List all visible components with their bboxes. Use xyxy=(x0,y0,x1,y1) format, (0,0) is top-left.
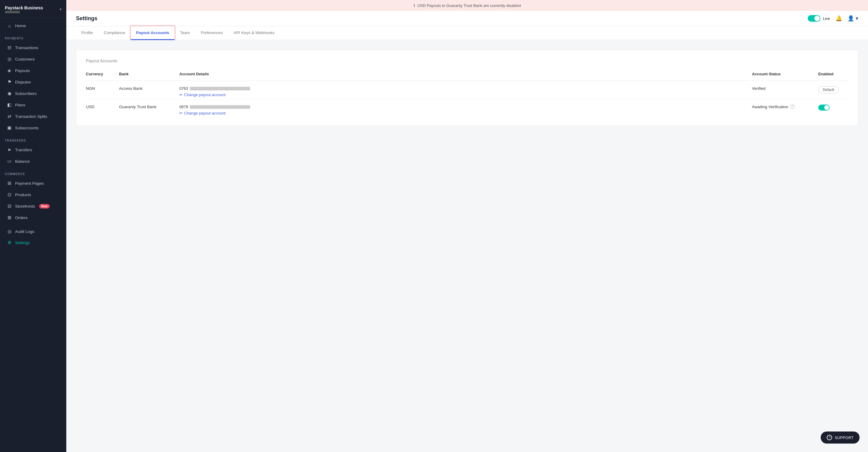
header-actions: Live 🔔 👤 ▾ xyxy=(808,15,858,22)
plans-icon: ◧ xyxy=(7,102,12,107)
table-row: NGN Access Bank 0763 ✏ Change payout xyxy=(86,81,848,99)
row2-change-link[interactable]: ✏ Change payout account xyxy=(179,111,752,116)
payment-pages-icon: ⊞ xyxy=(7,181,12,186)
row1-change-link[interactable]: ✏ Change payout account xyxy=(179,93,752,97)
sidebar-item-splits-label: Transaction Splits xyxy=(15,114,47,119)
row1-bank: Access Bank xyxy=(119,81,179,99)
tab-profile[interactable]: Profile xyxy=(76,26,98,40)
brand-name: Paystack Business xyxy=(5,5,43,10)
notification-bar: ℹ USD Payouts to Guaranty Trust Bank are… xyxy=(66,0,868,11)
row1-default-badge: Default xyxy=(818,86,839,93)
row2-status: Awaiting Verification ? xyxy=(752,99,818,118)
sidebar-item-transfers[interactable]: ➤ Transfers xyxy=(2,144,64,155)
brand-sub xyxy=(5,11,20,13)
storefronts-badge: New xyxy=(39,204,50,208)
sidebar-item-balance[interactable]: ▭ Balance xyxy=(2,156,64,167)
sidebar-item-transfers-label: Transfers xyxy=(15,148,32,152)
col-currency: Currency xyxy=(86,69,119,81)
live-toggle-switch[interactable] xyxy=(808,15,820,22)
sidebar-item-subscribers[interactable]: ◉ Subscribers xyxy=(2,88,64,99)
sidebar: Paystack Business ▾ ⌂ Home PAYMENTS ⊟ Tr… xyxy=(0,0,66,452)
pencil-icon: ✏ xyxy=(179,93,183,97)
bell-icon[interactable]: 🔔 xyxy=(835,15,842,22)
sidebar-item-transactions-label: Transactions xyxy=(15,45,38,50)
sidebar-item-storefronts[interactable]: ⊟ Storefronts New xyxy=(2,201,64,212)
tab-api-keys[interactable]: API Keys & Webhooks xyxy=(228,26,280,40)
support-label: SUPPORT xyxy=(835,435,854,440)
sidebar-item-home[interactable]: ⌂ Home xyxy=(2,21,64,31)
subscribers-icon: ◉ xyxy=(7,91,12,96)
products-icon: ⊡ xyxy=(7,192,12,197)
user-menu[interactable]: 👤 ▾ xyxy=(847,15,858,22)
col-account-status: Account Status xyxy=(752,69,818,81)
row2-account-details: 0879 ✏ Change payout account xyxy=(179,99,752,118)
sidebar-item-plans[interactable]: ◧ Plans xyxy=(2,99,64,110)
sidebar-item-disputes[interactable]: ⚑ Disputes xyxy=(2,76,64,87)
sidebar-item-balance-label: Balance xyxy=(15,159,30,164)
sidebar-item-products-label: Products xyxy=(15,193,31,197)
sidebar-item-disputes-label: Disputes xyxy=(15,80,31,85)
section-transfers: TRANSFERS xyxy=(0,133,66,144)
sidebar-item-settings[interactable]: ⚙ Settings xyxy=(2,237,64,248)
tab-preferences[interactable]: Preferences xyxy=(195,26,228,40)
sidebar-item-subaccounts[interactable]: ▣ Subaccounts xyxy=(2,122,64,133)
help-icon[interactable]: ? xyxy=(790,104,795,109)
row1-account-blur xyxy=(190,87,250,90)
tab-payout-accounts[interactable]: Payout Accounts xyxy=(131,26,175,40)
brand-header[interactable]: Paystack Business ▾ xyxy=(0,0,66,18)
sidebar-item-payouts-label: Payouts xyxy=(15,68,30,73)
row2-status-text: Awaiting Verification xyxy=(752,104,788,109)
sidebar-item-settings-label: Settings xyxy=(15,240,30,245)
tab-team[interactable]: Team xyxy=(175,26,195,40)
payout-accounts-card: Payout Accounts Currency Bank Account De… xyxy=(76,50,858,126)
transactions-icon: ⊟ xyxy=(7,45,12,50)
col-enabled: Enabled xyxy=(818,69,848,81)
sidebar-item-transactions[interactable]: ⊟ Transactions xyxy=(2,42,64,53)
sidebar-item-payment-pages-label: Payment Pages xyxy=(15,181,44,186)
row1-change-label: Change payout account xyxy=(184,93,225,97)
col-account-details: Account Details xyxy=(179,69,752,81)
row1-status-text: Verified xyxy=(752,86,766,91)
content-area: Payout Accounts Currency Bank Account De… xyxy=(66,40,868,452)
page-title: Settings xyxy=(76,15,97,22)
sidebar-item-home-label: Home xyxy=(15,24,26,28)
pencil-icon-2: ✏ xyxy=(179,111,183,116)
settings-icon: ⚙ xyxy=(7,240,12,245)
sidebar-item-customers-label: Customers xyxy=(15,57,35,62)
sidebar-item-transaction-splits[interactable]: ⇄ Transaction Splits xyxy=(2,111,64,122)
sidebar-item-payouts[interactable]: ◈ Payouts xyxy=(2,65,64,76)
notif-icon: ℹ xyxy=(413,3,415,8)
sidebar-item-audit-logs-label: Audit Logs xyxy=(15,229,34,234)
sidebar-item-orders[interactable]: ⊠ Orders xyxy=(2,212,64,223)
audit-logs-icon: ◎ xyxy=(7,229,12,234)
payouts-icon: ◈ xyxy=(7,68,12,73)
customers-icon: ◎ xyxy=(7,56,12,62)
support-help-icon: ? xyxy=(827,435,832,440)
row2-toggle[interactable] xyxy=(818,104,830,110)
sidebar-item-subaccounts-label: Subaccounts xyxy=(15,126,38,130)
row2-account-blur xyxy=(190,105,250,109)
tab-compliance[interactable]: Compliance xyxy=(98,26,130,40)
sidebar-item-subscribers-label: Subscribers xyxy=(15,91,36,96)
sidebar-item-customers[interactable]: ◎ Customers xyxy=(2,54,64,64)
sidebar-item-products[interactable]: ⊡ Products xyxy=(2,189,64,200)
support-button[interactable]: ? SUPPORT xyxy=(821,431,860,444)
sidebar-item-audit-logs[interactable]: ◎ Audit Logs xyxy=(2,226,64,237)
live-label: Live xyxy=(823,16,830,21)
row2-enabled xyxy=(818,99,848,118)
storefronts-icon: ⊟ xyxy=(7,203,12,209)
row1-enabled: Default xyxy=(818,81,848,99)
row2-bank: Guaranty Trust Bank xyxy=(119,99,179,118)
section-payments: PAYMENTS xyxy=(0,31,66,42)
sidebar-item-payment-pages[interactable]: ⊞ Payment Pages xyxy=(2,178,64,189)
tabs-bar: Profile Compliance Payout Accounts Team … xyxy=(66,26,868,40)
subaccounts-icon: ▣ xyxy=(7,125,12,130)
row2-change-label: Change payout account xyxy=(184,111,225,116)
row1-account-prefix: 0763 xyxy=(179,86,188,91)
row1-status: Verified xyxy=(752,81,818,99)
payout-table: Currency Bank Account Details Account St… xyxy=(86,69,848,117)
card-title: Payout Accounts xyxy=(86,59,848,63)
balance-icon: ▭ xyxy=(7,159,12,164)
live-toggle-group: Live xyxy=(808,15,830,22)
table-row: USD Guaranty Trust Bank 0879 ✏ Chang xyxy=(86,99,848,118)
